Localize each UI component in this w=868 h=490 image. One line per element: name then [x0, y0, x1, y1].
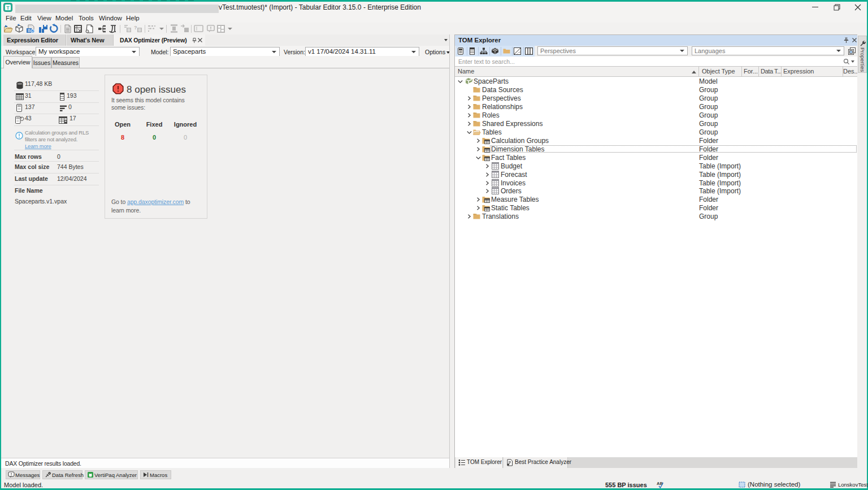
svg-text:?: ? [134, 25, 137, 31]
svg-text:T: T [6, 5, 10, 11]
